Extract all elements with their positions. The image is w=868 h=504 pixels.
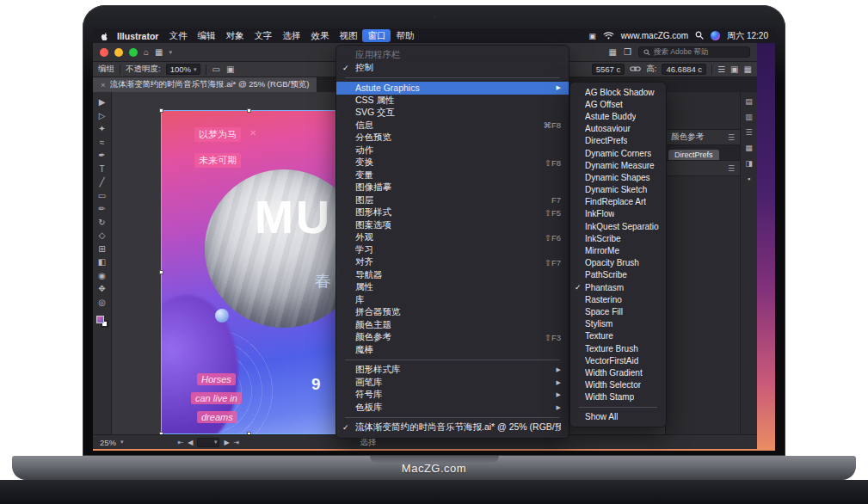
document-tab[interactable]: × 流体渐变简约的时尚音乐节海报.ai* @ 25% (RGB/预览) xyxy=(93,77,317,92)
panel-grid-icon[interactable]: ▦ xyxy=(744,65,752,74)
window-menu-item-18[interactable]: 导航器 xyxy=(336,269,569,282)
window-menu-item-17[interactable]: 对齐⇧F7 xyxy=(336,256,569,269)
close-tab-icon[interactable]: × xyxy=(101,80,106,89)
window-menu-item-20[interactable]: 库 xyxy=(336,294,569,307)
menubar-item-5[interactable]: 选择 xyxy=(277,29,305,42)
window-menu-item-21[interactable]: 拼合器预览 xyxy=(336,306,569,319)
help-search-field[interactable]: 搜索 Adobe 帮助 xyxy=(638,46,750,58)
astute-submenu-item-27[interactable]: Show All xyxy=(570,411,666,423)
selection-tool-icon[interactable]: ▶ xyxy=(99,97,106,108)
menu-bar-clock[interactable]: 周六 12:20 xyxy=(727,30,768,42)
window-menu-item-23[interactable]: 颜色参考⇧F3 xyxy=(336,331,569,344)
menubar-item-2[interactable]: 编辑 xyxy=(192,29,220,42)
astute-submenu-item-19[interactable]: Stylism xyxy=(570,318,666,330)
menubar-item-3[interactable]: 对象 xyxy=(220,29,249,42)
style-icon[interactable]: ▭ xyxy=(212,65,219,74)
astute-submenu-item-9[interactable]: FindReplace Art xyxy=(570,196,666,208)
window-menu-item-16[interactable]: 学习 xyxy=(336,244,569,257)
astute-submenu-item-14[interactable]: Opacity Brush xyxy=(570,257,666,269)
window-menu-item-27[interactable]: 画笔库▶ xyxy=(336,377,569,390)
line-tool-icon[interactable]: ╱ xyxy=(99,177,104,187)
width-field[interactable]: 5567 c xyxy=(592,64,625,75)
panel-menu-icon[interactable]: ☰ xyxy=(728,164,735,173)
astute-submenu-item-23[interactable]: Width Gradient xyxy=(570,366,666,378)
menubar-item-4[interactable]: 文字 xyxy=(249,29,277,42)
astute-submenu-item-4[interactable]: DirectPrefs xyxy=(570,135,666,147)
window-menu-item-1[interactable]: ✓控制 xyxy=(336,62,569,75)
fill-swatch[interactable] xyxy=(96,316,104,323)
panel-menu-icon[interactable]: ☰ xyxy=(728,133,735,142)
window-menu-item-22[interactable]: 颜色主题 xyxy=(336,319,569,332)
arrange-documents-icon[interactable]: ❐ xyxy=(624,47,631,57)
panel-color-icon[interactable]: ▤ xyxy=(745,97,753,106)
window-menu-item-9[interactable]: 变换⇧F8 xyxy=(336,157,569,169)
astute-submenu-item-1[interactable]: AG Offset xyxy=(570,98,666,110)
window-menu-item-11[interactable]: 图像描摹 xyxy=(336,181,569,194)
window-menu-item-5[interactable]: SVG 交互 xyxy=(336,107,569,120)
astute-submenu-item-7[interactable]: Dynamic Shapes xyxy=(570,171,666,183)
window-menu-item-29[interactable]: 色板库▶ xyxy=(336,402,569,415)
window-menu-item-24[interactable]: 魔棒 xyxy=(336,344,569,357)
eyedropper-tool-icon[interactable]: ◉ xyxy=(98,271,106,281)
window-menu-item-10[interactable]: 变量 xyxy=(336,169,569,182)
zoom-window-button[interactable] xyxy=(129,48,138,57)
astute-submenu-item-8[interactable]: Dynamic Sketch xyxy=(570,184,666,196)
astute-submenu-item-0[interactable]: AG Block Shadow xyxy=(570,86,666,98)
color-guide-panel-header[interactable]: 颜色参考 ☰ xyxy=(666,130,740,145)
wifi-icon[interactable] xyxy=(603,31,614,41)
window-menu-item-3[interactable]: Astute Graphics▶ xyxy=(336,82,569,95)
window-menu-item-14[interactable]: 图案选项 xyxy=(336,219,569,232)
scale-tool-icon[interactable]: ◇ xyxy=(99,230,106,241)
tab-directprefs[interactable]: DirectPrefs xyxy=(668,150,719,160)
astute-submenu-item-3[interactable]: Autosaviour xyxy=(570,123,666,135)
astute-submenu-item-12[interactable]: InkScribe xyxy=(570,232,666,244)
window-menu-item-15[interactable]: 外观⇧F6 xyxy=(336,231,569,244)
window-menu-item-7[interactable]: 分色预览 xyxy=(336,132,569,144)
home-icon[interactable]: ⌂ xyxy=(144,47,149,57)
siri-icon[interactable] xyxy=(711,31,720,40)
window-menu-item-19[interactable]: 属性 xyxy=(336,281,569,294)
chevron-down-icon[interactable]: ▾ xyxy=(169,49,173,56)
apple-menu-icon[interactable] xyxy=(100,31,108,41)
panel-more-icon[interactable]: ▪ xyxy=(748,175,750,183)
next-artboard-icon[interactable]: ▶ xyxy=(224,439,229,446)
window-menu-item-8[interactable]: 动作 xyxy=(336,144,569,157)
spotlight-search-icon[interactable] xyxy=(695,31,704,41)
window-menu-item-6[interactable]: 信息⌘F8 xyxy=(336,120,569,132)
status-url[interactable]: www.macZG.com xyxy=(621,31,688,40)
grid-view-icon[interactable]: ▦ xyxy=(609,47,617,57)
type-tool-icon[interactable]: T xyxy=(99,164,104,175)
menubar-item-0[interactable]: Illustrator xyxy=(112,29,163,42)
pen-tool-icon[interactable]: ✒ xyxy=(98,151,105,161)
astute-submenu-item-6[interactable]: Dynamic Measure xyxy=(570,159,666,171)
zoom-tool-icon[interactable]: ◎ xyxy=(98,298,106,308)
draw-mode-icon[interactable]: ▣ xyxy=(226,65,234,74)
fill-stroke-swatches[interactable] xyxy=(96,316,108,328)
astute-submenu-item-22[interactable]: VectorFirstAid xyxy=(570,354,666,366)
panel-layers-icon[interactable]: ▦ xyxy=(745,144,753,152)
astute-submenu-item-25[interactable]: Width Stamp xyxy=(570,391,666,403)
grid-icon[interactable]: ▦ xyxy=(155,47,163,57)
direct-selection-tool-icon[interactable]: ▷ xyxy=(99,111,106,121)
menubar-item-8[interactable]: 窗口 xyxy=(362,29,391,42)
window-menu-item-31[interactable]: ✓流体渐变简约的时尚音乐节海报.ai* @ 25% (RGB/预览) xyxy=(336,421,569,434)
astute-submenu-item-5[interactable]: Dynamic Corners xyxy=(570,147,666,159)
menu-lines-icon[interactable]: ☰ xyxy=(717,65,725,74)
mesh-tool-icon[interactable]: ⊞ xyxy=(98,244,105,255)
menubar-item-9[interactable]: 帮助 xyxy=(391,29,419,42)
menubar-item-6[interactable]: 效果 xyxy=(305,29,334,42)
previous-artboard-icon[interactable]: ◀ xyxy=(188,439,193,446)
opacity-field[interactable]: 100% ▾ xyxy=(166,64,201,75)
gradient-tool-icon[interactable]: ◧ xyxy=(98,257,106,267)
astute-submenu-item-10[interactable]: InkFlow xyxy=(570,208,666,220)
astute-submenu-item-20[interactable]: Texture xyxy=(570,330,666,342)
rectangle-tool-icon[interactable]: ▭ xyxy=(98,191,106,201)
zoom-caret-icon[interactable]: ▾ xyxy=(120,439,124,446)
astute-submenu-item-17[interactable]: Rasterino xyxy=(570,293,666,305)
panel-libraries-icon[interactable]: ◨ xyxy=(745,159,753,168)
astute-submenu-item-2[interactable]: Astute Buddy xyxy=(570,110,666,122)
astute-submenu-item-13[interactable]: MirrorMe xyxy=(570,244,666,256)
menubar-item-7[interactable]: 视图 xyxy=(334,29,362,42)
pencil-tool-icon[interactable]: ✏ xyxy=(98,204,105,214)
last-artboard-icon[interactable]: ⇥ xyxy=(234,439,240,446)
